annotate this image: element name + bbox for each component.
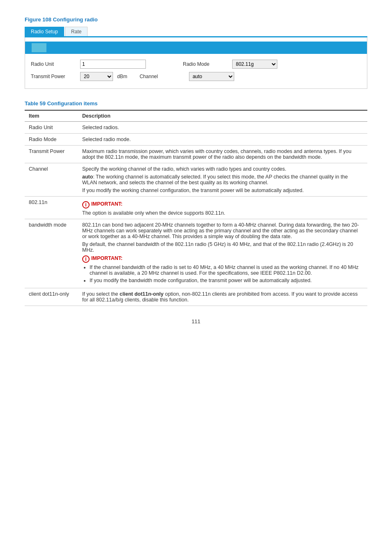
tab-rate[interactable]: Rate [65,27,88,36]
item-radio-mode: Radio Mode [25,134,78,146]
item-bandwidth-mode: bandwidth mode [25,219,78,288]
bw-bullet-1: If the channel bandwidth of the radio is… [90,264,363,276]
panel-header-blue-block [32,43,46,52]
radio-unit-input[interactable] [80,60,146,69]
channel-desc-3: If you modify the working channel config… [82,188,363,193]
important-icon: i [82,201,90,209]
table-row: client dot11n-only If you select the cli… [25,288,367,306]
transmit-power-select[interactable]: 20 [80,72,113,81]
channel-label: Channel [140,74,185,79]
tab-radio-setup[interactable]: Radio Setup [25,27,64,36]
channel-desc-2: auto: The working channel is automatical… [82,174,363,185]
desc-80211n: i IMPORTANT: The option is available onl… [78,197,367,219]
transmit-power-unit: dBm [117,74,127,79]
channel-desc-1: Specify the working channel of the radio… [82,166,363,172]
desc-channel: Specify the working channel of the radio… [78,163,367,197]
important-label-bw: IMPORTANT: [91,255,122,261]
important-row-bw: i IMPORTANT: [82,255,363,263]
config-table: Item Description Radio Unit Selected rad… [25,110,367,306]
table-header-row: Item Description [25,110,367,122]
form-row-2: Transmit Power 20 dBm Channel auto [25,70,367,83]
bw-desc-2: By default, the channel bandwidth of the… [82,241,363,253]
transmit-power-label: Transmit Power [31,74,76,79]
item-transmit-power: Transmit Power [25,146,78,163]
bw-bullet-list: If the channel bandwidth of the radio is… [90,264,363,283]
tab-bar: Radio Setup Rate [25,27,367,37]
radio-mode-select[interactable]: 802.11g [232,60,277,69]
important-label: IMPORTANT: [91,201,122,207]
page-number: 111 [25,318,367,324]
table-row: Channel Specify the working channel of t… [25,163,367,197]
important-icon-bw: i [82,255,90,263]
bw-desc-1: 802.11n can bond two adjacent 20-MHz cha… [82,222,363,239]
item-radio-unit: Radio Unit [25,122,78,134]
table-row: Radio Mode Selected radio mode. [25,134,367,146]
item-80211n: 802.11n [25,197,78,219]
80211n-desc: The option is available only when the de… [82,210,363,216]
table-row: bandwidth mode 802.11n can bond two adja… [25,219,367,288]
table-row: Radio Unit Selected radios. [25,122,367,134]
radio-unit-label: Radio Unit [31,61,76,67]
important-row-80211n: i IMPORTANT: [82,201,363,209]
col-description: Description [78,110,367,122]
table-row: Transmit Power Maximum radio transmissio… [25,146,367,163]
table-title: Table 59 Configuration items [25,100,367,107]
desc-radio-mode: Selected radio mode. [78,134,367,146]
desc-bandwidth-mode: 802.11n can bond two adjacent 20-MHz cha… [78,219,367,288]
bw-bullet-2: If you modify the bandwidth mode configu… [90,278,363,283]
table-row: 802.11n i IMPORTANT: The option is avail… [25,197,367,219]
panel-header [25,42,367,54]
form-panel: Radio Unit Radio Mode 802.11g Transmit P… [25,37,367,89]
desc-client-dot11n: If you select the client dot11n-only opt… [78,288,367,306]
figure-title: Figure 108 Configuring radio [25,16,367,23]
item-channel: Channel [25,163,78,197]
col-item: Item [25,110,78,122]
desc-transmit-power: Maximum radio transmission power, which … [78,146,367,163]
item-client-dot11n: client dot11n-only [25,288,78,306]
channel-select[interactable]: auto [189,72,234,81]
desc-radio-unit: Selected radios. [78,122,367,134]
form-row-1: Radio Unit Radio Mode 802.11g [25,58,367,70]
radio-mode-label: Radio Mode [183,61,228,67]
